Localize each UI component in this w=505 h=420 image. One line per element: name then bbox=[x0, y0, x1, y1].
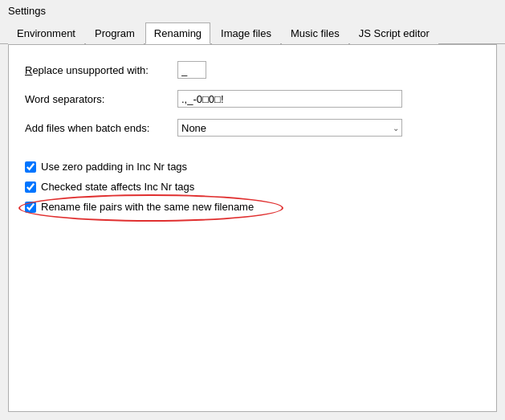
tab-image-files[interactable]: Image files bbox=[212, 22, 280, 44]
word-sep-input[interactable] bbox=[177, 90, 402, 108]
checkbox-rename-pairs[interactable] bbox=[25, 202, 36, 213]
word-sep-row: Word separators: bbox=[25, 90, 480, 108]
content-area: Replace unsupported with: Word separator… bbox=[8, 44, 497, 412]
window-title: Settings bbox=[0, 0, 505, 20]
tab-environment[interactable]: Environment bbox=[8, 22, 84, 44]
checkbox-checked-state[interactable] bbox=[25, 181, 36, 193]
add-files-label: Add files when batch ends: bbox=[25, 122, 177, 134]
checkbox-zero-padding-label: Use zero padding in Inc Nr tags bbox=[41, 161, 187, 173]
tab-js-script-editor[interactable]: JS Script editor bbox=[350, 22, 438, 44]
checkbox-zero-padding[interactable] bbox=[25, 161, 36, 173]
tab-program[interactable]: Program bbox=[86, 22, 144, 44]
checkbox-checked-state-row: Checked state affects Inc Nr tags bbox=[25, 181, 480, 193]
replace-row: Replace unsupported with: bbox=[25, 61, 480, 79]
spacer1 bbox=[25, 148, 480, 161]
checkbox-rename-pairs-row: Rename file pairs with the same new file… bbox=[25, 201, 480, 213]
add-files-select-wrapper: None ⌄ bbox=[177, 119, 402, 137]
add-files-row: Add files when batch ends: None ⌄ bbox=[25, 119, 480, 137]
add-files-select[interactable]: None bbox=[177, 119, 402, 137]
tab-music-files[interactable]: Music files bbox=[282, 22, 348, 44]
word-sep-label: Word separators: bbox=[25, 93, 177, 105]
checkbox-checked-state-label: Checked state affects Inc Nr tags bbox=[41, 181, 194, 193]
replace-input[interactable] bbox=[177, 61, 206, 79]
settings-window: Settings Environment Program Renaming Im… bbox=[0, 0, 505, 420]
title-text: Settings bbox=[8, 5, 46, 17]
tab-bar: Environment Program Renaming Image files… bbox=[0, 22, 505, 44]
replace-label: Replace unsupported with: bbox=[25, 64, 177, 76]
tab-renaming[interactable]: Renaming bbox=[145, 22, 210, 44]
checkbox-zero-padding-row: Use zero padding in Inc Nr tags bbox=[25, 161, 480, 173]
checkbox-rename-pairs-label: Rename file pairs with the same new file… bbox=[41, 201, 254, 213]
